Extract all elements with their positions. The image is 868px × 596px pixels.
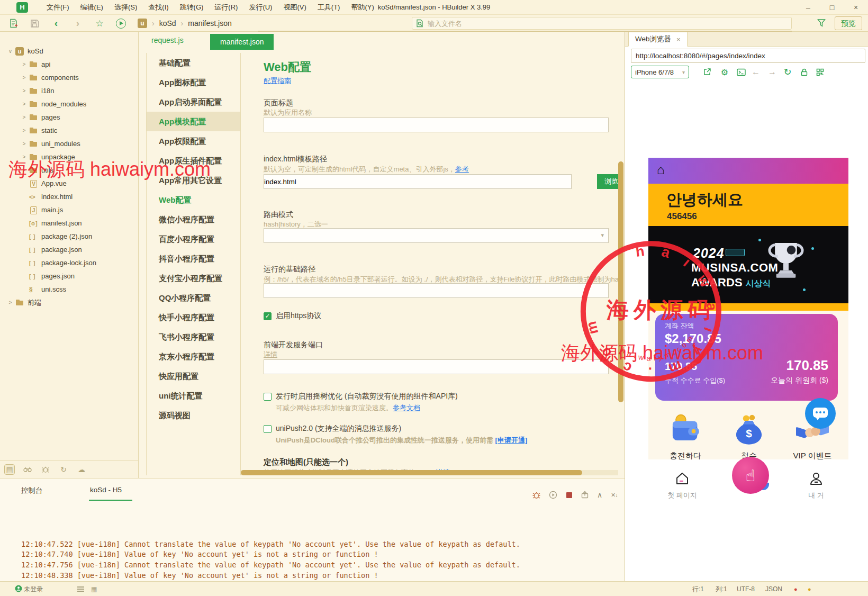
chevron-icon[interactable]: > [21, 167, 28, 173]
config-nav-item[interactable]: 快应用配置 [147, 366, 240, 386]
tab-console[interactable]: 控制台 [21, 486, 43, 495]
chevron-icon[interactable]: > [21, 154, 28, 160]
refresh-icon[interactable]: ↻ [781, 66, 794, 78]
terminal-icon[interactable] [735, 66, 747, 78]
dev-port-input[interactable] [264, 359, 609, 374]
config-nav-item[interactable]: 快手小程序配置 [147, 308, 240, 327]
tree-row[interactable]: package.json [0, 243, 138, 256]
chevron-icon[interactable]: > [21, 101, 28, 107]
navigate-back-button[interactable]: ‹ [49, 17, 63, 30]
task-list-icon[interactable] [77, 582, 84, 596]
template-path-input[interactable] [264, 174, 572, 189]
tree-row[interactable]: > utils [0, 164, 138, 177]
console-export-icon[interactable] [579, 490, 591, 500]
config-nav-item[interactable]: App原生插件配置 [147, 151, 240, 170]
device-select[interactable]: iPhone 6/7/8 ▾ [631, 66, 689, 78]
center-action-button[interactable]: ☝ [732, 457, 769, 494]
config-nav-item[interactable]: App启动界面配置 [147, 92, 240, 112]
config-nav-item[interactable]: App权限配置 [147, 131, 240, 151]
nav-mine[interactable]: 내 거 [792, 471, 840, 500]
notification-gold-dot[interactable]: ● [808, 582, 811, 596]
chevron-icon[interactable]: v [7, 48, 14, 54]
tree-row[interactable]: > unpackage [0, 150, 138, 164]
tree-row[interactable]: pages.json [0, 269, 138, 283]
template-ref-link[interactable]: 参考 [455, 165, 469, 173]
nav-home[interactable]: 첫 페이지 [658, 471, 706, 500]
navigate-forward-button[interactable]: › [71, 17, 85, 30]
console-bug-icon[interactable] [530, 490, 542, 500]
treeshake-checkbox[interactable] [264, 393, 272, 401]
feature-recharge[interactable]: 충전하다 [656, 414, 715, 461]
home-icon[interactable]: ⌂ [657, 162, 665, 177]
config-nav-item[interactable]: 微信小程序配置 [147, 210, 240, 229]
unipush-checkbox[interactable] [264, 425, 272, 433]
chevron-icon[interactable]: > [21, 114, 28, 120]
browser-back-icon[interactable]: ← [749, 66, 762, 78]
file-search-box[interactable] [412, 17, 792, 30]
menu-item[interactable]: 视图(V) [283, 3, 306, 12]
tab-close-icon[interactable]: × [676, 35, 681, 43]
menu-item[interactable]: 选择(S) [114, 3, 137, 12]
syntax-indicator[interactable]: JSON [765, 582, 782, 596]
treeshake-doc-link[interactable]: 参考文档 [393, 404, 420, 412]
lock-icon[interactable] [798, 66, 810, 78]
tree-row[interactable]: > 前端 [0, 296, 138, 309]
unipush-apply-link[interactable]: [申请开通] [495, 436, 528, 444]
login-status[interactable]: 未登录 [15, 582, 43, 596]
https-checkbox[interactable] [264, 312, 272, 320]
chevron-icon[interactable]: > [21, 141, 28, 147]
tab-run-kosd-h5[interactable]: koSd - H5 [90, 486, 122, 494]
tree-row[interactable]: manifest.json [0, 216, 138, 230]
tab-request-js[interactable]: request.js [151, 36, 184, 44]
unipush-checkbox-row[interactable]: uniPush2.0 (支持全端的消息推送服务) [264, 424, 401, 434]
grid-view-icon[interactable]: ▦ [91, 582, 97, 596]
sync-refresh-icon[interactable]: ↻ [58, 464, 69, 475]
menu-item[interactable]: 运行(R) [214, 3, 238, 12]
browser-forward-icon[interactable]: → [766, 66, 779, 78]
config-nav-item[interactable]: uni统计配置 [147, 386, 240, 405]
tree-row[interactable]: uni.scss [0, 283, 138, 296]
save-button[interactable] [28, 17, 41, 30]
scrollbar-thumb[interactable] [241, 470, 582, 475]
run-button[interactable] [114, 17, 128, 30]
close-button[interactable]: × [847, 0, 865, 15]
tree-row[interactable]: package-lock.json [0, 256, 138, 269]
tree-row[interactable]: main.js [0, 203, 138, 216]
tree-row[interactable]: v koSd [0, 44, 138, 58]
notification-red-dot[interactable]: ● [794, 582, 798, 596]
config-nav-item[interactable]: 百度小程序配置 [147, 229, 240, 249]
tree-row[interactable]: index.html [0, 190, 138, 203]
config-nav-item[interactable]: 支付宝小程序配置 [147, 268, 240, 288]
tree-row[interactable]: > uni_modules [0, 137, 138, 150]
tree-row[interactable]: > static [0, 124, 138, 137]
tree-row[interactable]: > api [0, 58, 138, 71]
tree-row[interactable]: App.vue [0, 177, 138, 190]
chevron-icon[interactable]: > [21, 75, 28, 80]
breadcrumb-project[interactable]: koSd [159, 19, 176, 28]
https-checkbox-row[interactable]: 启用https协议 [264, 311, 321, 321]
chevron-icon[interactable]: > [7, 300, 14, 305]
vertical-scrollbar-thumb[interactable] [618, 161, 623, 402]
tree-row[interactable]: > i18n [0, 84, 138, 97]
gear-icon[interactable]: ⚙ [718, 66, 731, 78]
config-nav-item[interactable]: 飞书小程序配置 [147, 327, 240, 347]
config-nav-item[interactable]: QQ小程序配置 [147, 288, 240, 308]
feature-withdraw[interactable]: $ 철수 [720, 414, 778, 461]
config-nav-item[interactable]: App常用其它设置 [147, 170, 240, 190]
console-stop-icon[interactable] [563, 490, 575, 500]
router-mode-select[interactable]: ▾ [264, 228, 609, 243]
horizontal-scrollbar[interactable] [241, 470, 618, 475]
config-nav-item[interactable]: Web配置 [147, 190, 240, 210]
new-file-button[interactable] [6, 17, 20, 30]
promo-banner[interactable]: 2024 MUSINSA.COM AWARDS시상식 [648, 226, 848, 303]
menu-item[interactable]: 跳转(G) [180, 3, 204, 12]
console-restart-icon[interactable] [547, 490, 559, 500]
chat-bubble-button[interactable] [805, 398, 836, 429]
browse-button[interactable]: 浏览... [597, 174, 618, 189]
preview-button[interactable]: 预览 [835, 16, 862, 30]
config-nav-item[interactable]: 抖音小程序配置 [147, 249, 240, 268]
encoding-indicator[interactable]: UTF-8 [737, 582, 755, 596]
base-path-input[interactable] [264, 283, 609, 298]
config-nav-item[interactable]: 源码视图 [147, 405, 240, 425]
open-external-icon[interactable] [701, 66, 713, 78]
